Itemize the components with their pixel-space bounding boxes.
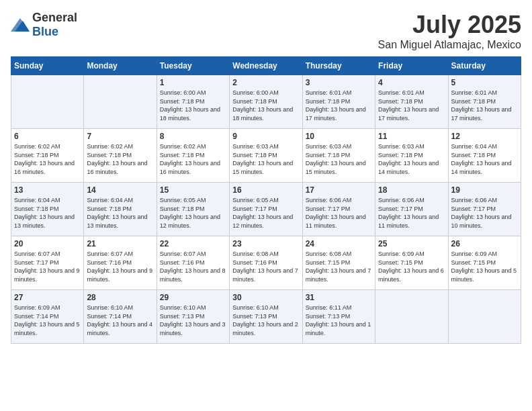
calendar-week-row: 27Sunrise: 6:09 AM Sunset: 7:14 PM Dayli… xyxy=(11,290,521,344)
day-number: 25 xyxy=(378,239,445,248)
calendar-cell: 21Sunrise: 6:07 AM Sunset: 7:16 PM Dayli… xyxy=(84,236,157,290)
day-detail: Sunrise: 6:07 AM Sunset: 7:17 PM Dayligh… xyxy=(14,250,81,283)
calendar-cell: 14Sunrise: 6:04 AM Sunset: 7:18 PM Dayli… xyxy=(84,183,157,236)
header-saturday: Saturday xyxy=(448,57,521,75)
day-detail: Sunrise: 6:01 AM Sunset: 7:18 PM Dayligh… xyxy=(306,89,372,122)
day-detail: Sunrise: 6:00 AM Sunset: 7:18 PM Dayligh… xyxy=(232,89,299,122)
calendar-cell: 3Sunrise: 6:01 AM Sunset: 7:18 PM Daylig… xyxy=(302,75,375,129)
calendar-week-row: 13Sunrise: 6:04 AM Sunset: 7:18 PM Dayli… xyxy=(11,183,521,236)
day-number: 18 xyxy=(378,185,445,195)
day-number: 7 xyxy=(87,132,153,141)
day-detail: Sunrise: 6:01 AM Sunset: 7:18 PM Dayligh… xyxy=(451,89,518,122)
day-number: 29 xyxy=(160,293,226,302)
calendar-cell: 25Sunrise: 6:09 AM Sunset: 7:15 PM Dayli… xyxy=(375,236,448,290)
calendar-cell xyxy=(448,290,521,344)
header-sunday: Sunday xyxy=(11,57,84,75)
day-detail: Sunrise: 6:01 AM Sunset: 7:18 PM Dayligh… xyxy=(378,89,445,122)
day-detail: Sunrise: 6:03 AM Sunset: 7:18 PM Dayligh… xyxy=(306,142,372,176)
calendar-cell: 28Sunrise: 6:10 AM Sunset: 7:14 PM Dayli… xyxy=(84,290,157,344)
day-detail: Sunrise: 6:09 AM Sunset: 7:15 PM Dayligh… xyxy=(378,250,445,283)
day-detail: Sunrise: 6:04 AM Sunset: 7:18 PM Dayligh… xyxy=(451,142,518,176)
calendar-cell: 16Sunrise: 6:05 AM Sunset: 7:17 PM Dayli… xyxy=(230,183,302,236)
day-detail: Sunrise: 6:00 AM Sunset: 7:18 PM Dayligh… xyxy=(160,89,226,122)
day-detail: Sunrise: 6:06 AM Sunset: 7:17 PM Dayligh… xyxy=(378,196,445,230)
logo-wordmark: General Blue xyxy=(32,11,77,39)
day-number: 16 xyxy=(232,185,299,195)
calendar-cell: 15Sunrise: 6:05 AM Sunset: 7:18 PM Dayli… xyxy=(157,183,229,236)
calendar-week-row: 20Sunrise: 6:07 AM Sunset: 7:17 PM Dayli… xyxy=(11,236,521,290)
day-detail: Sunrise: 6:08 AM Sunset: 7:15 PM Dayligh… xyxy=(306,250,372,283)
header-monday: Monday xyxy=(84,57,157,75)
day-detail: Sunrise: 6:03 AM Sunset: 7:18 PM Dayligh… xyxy=(378,142,445,176)
calendar-cell xyxy=(11,75,84,129)
calendar-cell: 6Sunrise: 6:02 AM Sunset: 7:18 PM Daylig… xyxy=(11,129,84,183)
calendar-cell: 23Sunrise: 6:08 AM Sunset: 7:16 PM Dayli… xyxy=(230,236,302,290)
day-number: 17 xyxy=(306,185,372,195)
day-detail: Sunrise: 6:09 AM Sunset: 7:15 PM Dayligh… xyxy=(451,250,518,283)
logo: General Blue xyxy=(11,11,77,39)
calendar-cell: 30Sunrise: 6:10 AM Sunset: 7:13 PM Dayli… xyxy=(230,290,302,344)
title-block: July 2025 San Miguel Atlamajac, Mexico xyxy=(378,11,521,51)
calendar-cell: 19Sunrise: 6:06 AM Sunset: 7:17 PM Dayli… xyxy=(448,183,521,236)
header-tuesday: Tuesday xyxy=(157,57,229,75)
day-detail: Sunrise: 6:02 AM Sunset: 7:18 PM Dayligh… xyxy=(87,142,153,176)
day-number: 2 xyxy=(232,78,299,87)
day-detail: Sunrise: 6:07 AM Sunset: 7:16 PM Dayligh… xyxy=(87,250,153,283)
calendar-cell: 10Sunrise: 6:03 AM Sunset: 7:18 PM Dayli… xyxy=(302,129,375,183)
day-detail: Sunrise: 6:07 AM Sunset: 7:16 PM Dayligh… xyxy=(160,250,226,283)
day-detail: Sunrise: 6:02 AM Sunset: 7:18 PM Dayligh… xyxy=(160,142,226,176)
day-number: 24 xyxy=(306,239,372,248)
page-header: General Blue July 2025 San Miguel Atlama… xyxy=(11,11,521,51)
day-detail: Sunrise: 6:04 AM Sunset: 7:18 PM Dayligh… xyxy=(14,196,81,230)
day-detail: Sunrise: 6:10 AM Sunset: 7:13 PM Dayligh… xyxy=(232,304,299,337)
calendar-cell: 17Sunrise: 6:06 AM Sunset: 7:17 PM Dayli… xyxy=(302,183,375,236)
day-number: 22 xyxy=(160,239,226,248)
calendar-week-row: 1Sunrise: 6:00 AM Sunset: 7:18 PM Daylig… xyxy=(11,75,521,129)
calendar-cell: 12Sunrise: 6:04 AM Sunset: 7:18 PM Dayli… xyxy=(448,129,521,183)
calendar-cell: 13Sunrise: 6:04 AM Sunset: 7:18 PM Dayli… xyxy=(11,183,84,236)
calendar-cell: 8Sunrise: 6:02 AM Sunset: 7:18 PM Daylig… xyxy=(157,129,229,183)
calendar-cell: 2Sunrise: 6:00 AM Sunset: 7:18 PM Daylig… xyxy=(230,75,302,129)
calendar-cell: 18Sunrise: 6:06 AM Sunset: 7:17 PM Dayli… xyxy=(375,183,448,236)
day-number: 3 xyxy=(306,78,372,87)
header-wednesday: Wednesday xyxy=(230,57,302,75)
day-number: 11 xyxy=(378,132,445,141)
day-detail: Sunrise: 6:09 AM Sunset: 7:14 PM Dayligh… xyxy=(14,304,81,337)
calendar-cell: 27Sunrise: 6:09 AM Sunset: 7:14 PM Dayli… xyxy=(11,290,84,344)
calendar-cell: 7Sunrise: 6:02 AM Sunset: 7:18 PM Daylig… xyxy=(84,129,157,183)
calendar-cell xyxy=(375,290,448,344)
day-number: 14 xyxy=(87,185,153,195)
calendar-cell: 29Sunrise: 6:10 AM Sunset: 7:13 PM Dayli… xyxy=(157,290,229,344)
calendar-cell: 24Sunrise: 6:08 AM Sunset: 7:15 PM Dayli… xyxy=(302,236,375,290)
calendar-cell: 5Sunrise: 6:01 AM Sunset: 7:18 PM Daylig… xyxy=(448,75,521,129)
calendar-cell: 4Sunrise: 6:01 AM Sunset: 7:18 PM Daylig… xyxy=(375,75,448,129)
day-detail: Sunrise: 6:10 AM Sunset: 7:13 PM Dayligh… xyxy=(160,304,226,337)
day-number: 5 xyxy=(451,78,518,87)
calendar-cell: 1Sunrise: 6:00 AM Sunset: 7:18 PM Daylig… xyxy=(157,75,229,129)
day-number: 9 xyxy=(232,132,299,141)
header-thursday: Thursday xyxy=(302,57,375,75)
day-detail: Sunrise: 6:05 AM Sunset: 7:18 PM Dayligh… xyxy=(160,196,226,230)
day-detail: Sunrise: 6:11 AM Sunset: 7:13 PM Dayligh… xyxy=(306,304,372,337)
logo-icon xyxy=(11,18,30,32)
day-detail: Sunrise: 6:03 AM Sunset: 7:18 PM Dayligh… xyxy=(232,142,299,176)
calendar-cell: 22Sunrise: 6:07 AM Sunset: 7:16 PM Dayli… xyxy=(157,236,229,290)
day-detail: Sunrise: 6:06 AM Sunset: 7:17 PM Dayligh… xyxy=(306,196,372,230)
day-number: 20 xyxy=(14,239,81,248)
calendar-cell xyxy=(84,75,157,129)
main-title: July 2025 xyxy=(378,11,521,39)
day-number: 13 xyxy=(14,185,81,195)
calendar-cell: 31Sunrise: 6:11 AM Sunset: 7:13 PM Dayli… xyxy=(302,290,375,344)
day-detail: Sunrise: 6:10 AM Sunset: 7:14 PM Dayligh… xyxy=(87,304,153,337)
calendar-week-row: 6Sunrise: 6:02 AM Sunset: 7:18 PM Daylig… xyxy=(11,129,521,183)
day-number: 4 xyxy=(378,78,445,87)
day-number: 28 xyxy=(87,293,153,302)
logo-blue: Blue xyxy=(32,25,58,38)
calendar-header-row: Sunday Monday Tuesday Wednesday Thursday… xyxy=(11,57,521,75)
day-detail: Sunrise: 6:04 AM Sunset: 7:18 PM Dayligh… xyxy=(87,196,153,230)
calendar-cell: 9Sunrise: 6:03 AM Sunset: 7:18 PM Daylig… xyxy=(230,129,302,183)
day-number: 1 xyxy=(160,78,226,87)
day-number: 8 xyxy=(160,132,226,141)
calendar-table: Sunday Monday Tuesday Wednesday Thursday… xyxy=(11,56,521,344)
day-number: 21 xyxy=(87,239,153,248)
